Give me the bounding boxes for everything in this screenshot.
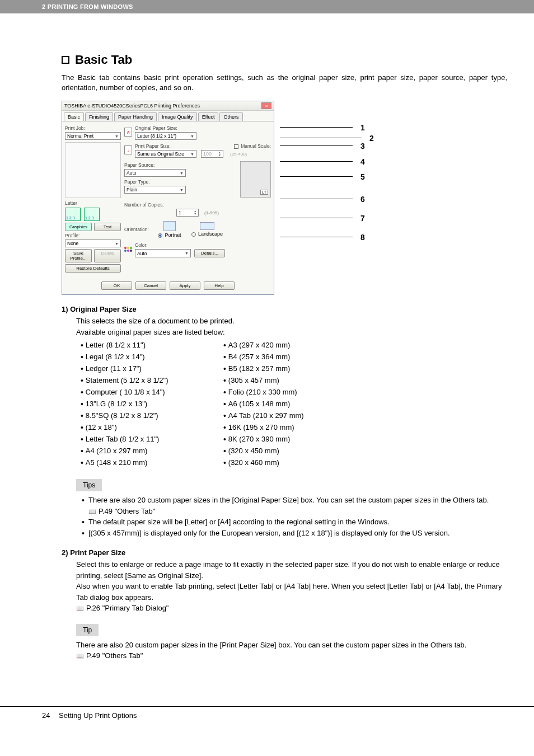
graphics-button[interactable]: Graphics [65, 223, 92, 231]
help-button[interactable]: Help [204, 281, 235, 290]
chevron-down-icon: ▼ [190, 152, 194, 156]
print-size-dropdown[interactable]: Same as Original Size ▼ [135, 150, 196, 158]
book-icon [88, 507, 99, 515]
print-job-value: Normal Print [67, 133, 93, 139]
landscape-icon [200, 222, 214, 230]
annotation-3: 3 [360, 142, 365, 157]
save-profile-button[interactable]: Save Profile... [65, 249, 92, 262]
chevron-down-icon: ▼ [190, 134, 194, 138]
tab-finishing[interactable]: Finishing [85, 112, 113, 121]
print-size-row: ↓ Print Paper Size: Manual Scale: [124, 142, 271, 158]
close-icon[interactable]: × [261, 102, 271, 109]
section-2-line-2: Also when you want to enable Tab printin… [76, 581, 507, 603]
intro-text: The Basic tab contains basic print opera… [62, 73, 507, 93]
color-value: Auto [137, 251, 147, 256]
print-size-label: Print Paper Size: [135, 143, 171, 149]
tab-basic[interactable]: Basic [64, 112, 84, 121]
tab-image-quality[interactable]: Image Quality [158, 112, 197, 121]
chevron-down-icon: ▼ [185, 251, 189, 255]
tab-effect[interactable]: Effect [198, 112, 219, 121]
printer-tray-icon: LT [240, 161, 271, 198]
manual-scale-input[interactable]: 100 ▲▼ [201, 150, 223, 158]
list-item: Folio (210 x 330 mm) [219, 387, 362, 398]
profile-buttons: Save Profile... Delete [65, 249, 121, 262]
thumb-2[interactable]: 1.2.3 [84, 208, 100, 221]
ref-link[interactable]: P.26 "Primary Tab Dialog" [86, 604, 169, 612]
tip-label: Tip [76, 624, 99, 636]
header-text: 2 PRINTING FROM WINDOWS [42, 3, 133, 10]
restore-defaults-button[interactable]: Restore Defaults [65, 264, 121, 273]
ref-link[interactable]: P.49 "Others Tab" [99, 507, 155, 515]
copies-label: Number of Copies: [124, 202, 271, 208]
restore-row: Restore Defaults [65, 264, 121, 273]
ref-link[interactable]: P.49 "Others Tab" [86, 651, 143, 660]
print-job-dropdown[interactable]: Normal Print ▼ [65, 132, 121, 140]
copies-range: (1-999) [204, 210, 219, 215]
ok-button[interactable]: OK [101, 281, 132, 290]
portrait-radio[interactable] [158, 233, 162, 238]
print-job-label: Print Job: [65, 125, 121, 131]
title-bullet-icon [62, 56, 69, 64]
spinner-icon: ▲▼ [194, 210, 196, 215]
paper-type-dropdown[interactable]: Plain ▼ [124, 186, 186, 194]
section-2-head: 2) Print Paper Size [62, 548, 507, 557]
color-dropdown[interactable]: Auto ▼ [135, 249, 191, 257]
orig-size-dropdown[interactable]: Letter (8 1/2 x 11") ▼ [135, 132, 196, 140]
color-label: Color: [135, 242, 271, 248]
cancel-button[interactable]: Cancel [135, 281, 166, 290]
paper-col-1: Letter (8 1/2 x 11")Legal (8 1/2 x 14")L… [76, 340, 219, 469]
list-item: Letter Tab (8 1/2 x 11") [76, 434, 219, 445]
apply-button[interactable]: Apply [170, 281, 200, 290]
list-item: B4 (257 x 364 mm) [219, 351, 362, 363]
text-button[interactable]: Text [94, 223, 121, 231]
chevron-down-icon: ▼ [115, 134, 119, 138]
window-controls: × [261, 102, 271, 109]
thumb-1[interactable]: 1.2.3 [65, 208, 81, 221]
book-icon [76, 651, 86, 660]
manual-scale-label: Manual Scale: [234, 143, 271, 149]
profile-dropdown[interactable]: None ▼ [65, 240, 121, 247]
paper-sizes-list: Letter (8 1/2 x 11")Legal (8 1/2 x 14")L… [76, 340, 362, 469]
dialog-footer: OK Cancel Apply Help [62, 277, 274, 294]
tab-paper-handling[interactable]: Paper Handling [114, 112, 157, 121]
page-number: 24 [42, 711, 50, 720]
tip-box-2: Tip There are also 20 custom paper sizes… [76, 624, 507, 661]
orig-size-label: Original Paper Size: [135, 125, 271, 131]
profile-value: None [67, 241, 78, 246]
delete-profile-button[interactable]: Delete [94, 249, 121, 262]
chevron-down-icon: ▼ [180, 171, 184, 175]
dialog-titlebar: TOSHIBA e-STUDIO4520CSeriesPCL6 Printing… [62, 101, 274, 111]
screenshot-area: TOSHIBA e-STUDIO4520CSeriesPCL6 Printing… [62, 101, 507, 295]
copies-input[interactable]: 1 ▲▼ [176, 209, 199, 217]
view-buttons: Graphics Text [65, 223, 121, 231]
list-item: A4 (210 x 297 mm) [76, 445, 219, 457]
landscape-radio[interactable] [191, 232, 196, 237]
portrait-label: Portrait [165, 232, 181, 238]
annotation-column: 1 2 3 4 5 6 7 [280, 101, 374, 242]
paper-col-2: A3 (297 x 420 mm)B4 (257 x 364 mm)B5 (18… [219, 340, 362, 469]
list-item: B5 (182 x 257 mm) [219, 363, 362, 375]
paper-source-value: Auto [127, 170, 137, 176]
color-details-button[interactable]: Details... [194, 249, 225, 257]
tab-others[interactable]: Others [219, 112, 242, 121]
dialog-left-panel: Print Job: Normal Print ▼ Letter 1.2.3 1… [65, 124, 121, 274]
annotation-8: 8 [360, 233, 365, 242]
tip-item: There are also 20 custom paper sizes in … [82, 495, 507, 516]
tips-label: Tips [76, 479, 102, 491]
list-item: 13"LG (8 1/2 x 13") [76, 398, 219, 410]
landscape-label: Landscape [198, 231, 223, 237]
orientation-label: Orientation: [124, 227, 155, 232]
content: Basic Tab The Basic tab contains basic p… [0, 13, 534, 673]
color-row: Color: Auto ▼ Details... [124, 241, 271, 257]
preview-letter-label: Letter [65, 200, 121, 206]
color-icon [124, 247, 132, 252]
orig-size-value: Letter (8 1/2 x 11") [137, 133, 176, 139]
manual-scale-checkbox[interactable] [234, 144, 238, 149]
list-item: 8K (270 x 390 mm) [219, 434, 362, 445]
list-item: Letter (8 1/2 x 11") [76, 340, 219, 351]
title-row: Basic Tab [62, 53, 507, 67]
annotation-5: 5 [360, 172, 365, 195]
list-item: A3 (297 x 420 mm) [219, 340, 362, 351]
paper-source-dropdown[interactable]: Auto ▼ [124, 169, 186, 177]
paper-type-value: Plain [127, 187, 137, 192]
